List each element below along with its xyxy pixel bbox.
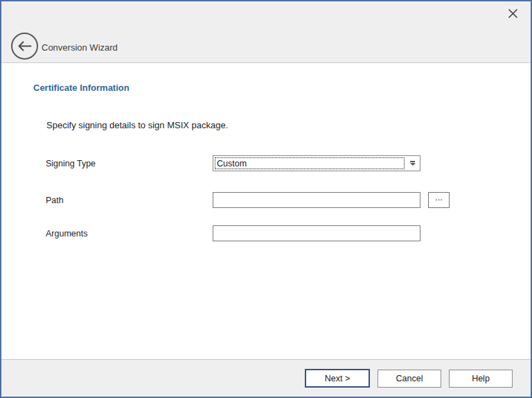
- help-button[interactable]: Help: [449, 370, 513, 388]
- close-icon: [508, 8, 518, 19]
- path-row: Path ...: [46, 192, 450, 208]
- back-button[interactable]: [11, 33, 38, 60]
- wizard-title: Conversion Wizard: [42, 42, 118, 53]
- signing-type-label: Signing Type: [46, 159, 213, 168]
- cancel-button[interactable]: Cancel: [378, 370, 441, 388]
- page-title: Certificate Information: [33, 83, 130, 93]
- browse-button[interactable]: ...: [428, 192, 450, 208]
- signing-type-selected-value: Custom: [213, 159, 247, 168]
- arguments-input[interactable]: [213, 225, 420, 241]
- back-arrow-icon: [17, 41, 32, 51]
- dropdown-arrow-icon: [405, 157, 420, 170]
- path-label: Path: [46, 196, 213, 205]
- arguments-label: Arguments: [46, 229, 213, 239]
- signing-type-row: Signing Type Custom: [46, 155, 420, 171]
- wizard-page-content: Certificate Information Specify signing …: [1, 63, 531, 359]
- next-button[interactable]: Next >: [305, 369, 370, 388]
- wizard-footer: Next > Cancel Help: [1, 359, 531, 397]
- path-input[interactable]: [213, 192, 420, 208]
- close-button[interactable]: [504, 5, 521, 21]
- page-description: Specify signing details to sign MSIX pac…: [46, 120, 228, 130]
- arguments-row: Arguments: [46, 225, 420, 241]
- wizard-header: Conversion Wizard: [1, 1, 531, 63]
- signing-type-combobox[interactable]: Custom: [213, 155, 420, 171]
- conversion-wizard-window: Conversion Wizard Certificate Informatio…: [0, 0, 532, 398]
